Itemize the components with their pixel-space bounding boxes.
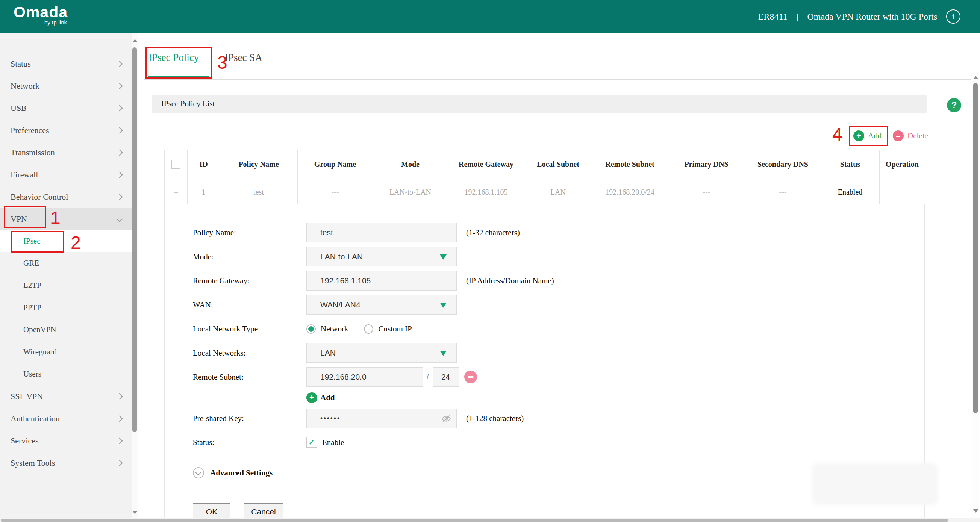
sidebar-item-l2tp[interactable]: L2TP — [0, 274, 132, 296]
sidebar-item-authentication[interactable]: Authentication — [0, 407, 132, 430]
main-scrollbar[interactable] — [972, 72, 979, 518]
tab-ipsec-policy[interactable]: IPsec Policy — [148, 52, 199, 64]
select-all-checkbox[interactable] — [172, 160, 180, 169]
col-local-subnet: Local Subnet — [524, 150, 592, 179]
col-id: ID — [188, 150, 220, 179]
wan-select[interactable]: WAN/LAN4 — [306, 295, 457, 315]
top-header: Omada by tp-link ER8411 | Omada VPN Rout… — [0, 0, 980, 33]
scrollbar-thumb[interactable] — [973, 83, 978, 414]
sidebar-item-openvpn[interactable]: OpenVPN — [0, 319, 132, 341]
scrollbar-thumb[interactable] — [1, 519, 948, 522]
sidebar-item-pptp[interactable]: PPTP — [0, 296, 132, 319]
sidebar-item-behavior-control[interactable]: Behavior Control — [0, 186, 132, 208]
table-row[interactable]: -- 1 test --- LAN-to-LAN 192.168.1.105 L… — [165, 179, 925, 206]
sidebar-item-firewall[interactable]: Firewall — [0, 164, 132, 186]
chevron-right-icon — [116, 171, 123, 178]
radio-network[interactable]: Network — [306, 324, 348, 334]
device-model: ER8411 — [758, 12, 788, 22]
policy-name-label: Policy Name: — [193, 228, 306, 237]
minus-icon: – — [893, 130, 904, 141]
remove-subnet-button[interactable] — [464, 371, 477, 384]
dropdown-arrow-icon — [440, 255, 447, 260]
wan-label: WAN: — [193, 300, 306, 310]
sidebar-scrollbar[interactable] — [132, 33, 138, 518]
horizontal-scrollbar[interactable] — [0, 518, 980, 522]
sidebar-item-wireguard[interactable]: Wireguard — [0, 341, 132, 363]
remote-gateway-label: Remote Gateway: — [193, 276, 306, 286]
info-icon[interactable]: i — [946, 10, 961, 24]
col-group-name: Group Name — [298, 150, 373, 179]
pre-shared-key-input[interactable]: •••••• — [306, 409, 457, 428]
enable-checkbox[interactable]: ✓ — [306, 437, 317, 447]
remote-gateway-input[interactable]: 192.168.1.105 — [306, 271, 457, 291]
scrollbar-thumb[interactable] — [132, 47, 137, 432]
remote-subnet-prefix-input[interactable]: 24 — [433, 367, 459, 387]
policy-edit-form: Policy Name: test (1-32 characters) Mode… — [164, 204, 925, 522]
sidebar-item-preferences[interactable]: Preferences — [0, 119, 132, 141]
remote-gateway-row: Remote Gateway: 192.168.1.105 (IP Addres… — [193, 271, 924, 291]
sidebar-item-users[interactable]: Users — [0, 363, 132, 385]
sidebar-item-transmission[interactable]: Transmission — [0, 141, 132, 164]
app-root: Omada by tp-link ER8411 | Omada VPN Rout… — [0, 0, 980, 522]
enable-label: Enable — [322, 438, 344, 447]
eye-slash-icon[interactable] — [441, 414, 451, 423]
sidebar-item-services[interactable]: Services — [0, 430, 132, 452]
help-icon[interactable]: ? — [947, 98, 961, 112]
scroll-up-icon[interactable] — [973, 76, 978, 79]
mode-select[interactable]: LAN-to-LAN — [306, 247, 457, 266]
tab-ipsec-sa[interactable]: IPsec SA — [225, 52, 262, 64]
watermark — [812, 463, 938, 505]
sidebar-item-system-tools[interactable]: System Tools — [0, 452, 132, 474]
status-row: Status: ✓ Enable — [193, 433, 924, 452]
local-networks-row: Local Networks: LAN — [193, 343, 924, 363]
sidebar-item-ipsec[interactable]: IPsec — [0, 230, 132, 252]
dropdown-arrow-icon — [440, 302, 447, 308]
row-status: Enabled — [821, 179, 880, 206]
sidebar-item-gre[interactable]: GRE — [0, 252, 132, 274]
sidebar-item-network[interactable]: Network — [0, 75, 132, 97]
tabs-divider — [144, 79, 971, 80]
chevron-right-icon — [116, 393, 123, 399]
chevron-right-icon — [116, 460, 123, 466]
row-local-subnet: LAN — [524, 179, 592, 206]
add-subnet-button[interactable]: + Add — [306, 391, 924, 404]
row-id: 1 — [188, 179, 220, 206]
col-primary-dns: Primary DNS — [668, 150, 745, 179]
section-title: IPsec Policy List — [152, 95, 927, 113]
local-networks-select[interactable]: LAN — [306, 343, 457, 363]
chevron-right-icon — [116, 415, 123, 422]
delete-button[interactable]: – Delete — [893, 130, 928, 141]
col-remote-subnet: Remote Subnet — [592, 150, 668, 179]
chevron-right-icon — [116, 60, 123, 67]
select-all-cell — [165, 150, 188, 179]
ipsec-policy-table: ID Policy Name Group Name Mode Remote Ga… — [164, 150, 925, 206]
chevron-right-icon — [116, 149, 123, 156]
col-operation: Operation — [880, 150, 925, 179]
sidebar-item-status[interactable]: Status — [0, 53, 132, 75]
add-button[interactable]: + Add — [853, 130, 881, 141]
chevron-right-icon — [116, 127, 123, 134]
row-operation — [880, 179, 925, 206]
sidebar-item-vpn[interactable]: VPN — [0, 208, 132, 230]
policy-name-row: Policy Name: test (1-32 characters) — [193, 223, 924, 242]
plus-icon: + — [306, 392, 317, 403]
chevron-right-icon — [116, 438, 123, 444]
device-divider: | — [797, 12, 799, 22]
scroll-down-icon[interactable] — [973, 509, 978, 512]
col-policy-name: Policy Name — [220, 150, 298, 179]
row-primary-dns: --- — [668, 179, 745, 206]
omada-logo: Omada by tp-link — [14, 4, 68, 25]
radio-unselected-icon — [364, 324, 373, 334]
sidebar-item-ssl-vpn[interactable]: SSL VPN — [0, 385, 132, 407]
subnet-separator: / — [427, 373, 429, 382]
policy-name-input[interactable]: test — [306, 223, 457, 242]
chevron-down-icon — [116, 216, 123, 223]
scroll-up-icon[interactable] — [132, 39, 138, 43]
remote-subnet-ip-input[interactable]: 192.168.20.0 — [306, 367, 423, 387]
remote-subnet-label: Remote Subnet: — [193, 372, 306, 382]
radio-selected-icon — [306, 324, 316, 334]
scroll-down-icon[interactable] — [132, 511, 138, 514]
sidebar-item-usb[interactable]: USB — [0, 97, 132, 119]
mode-row: Mode: LAN-to-LAN — [193, 247, 924, 266]
radio-custom-ip[interactable]: Custom IP — [364, 324, 412, 334]
